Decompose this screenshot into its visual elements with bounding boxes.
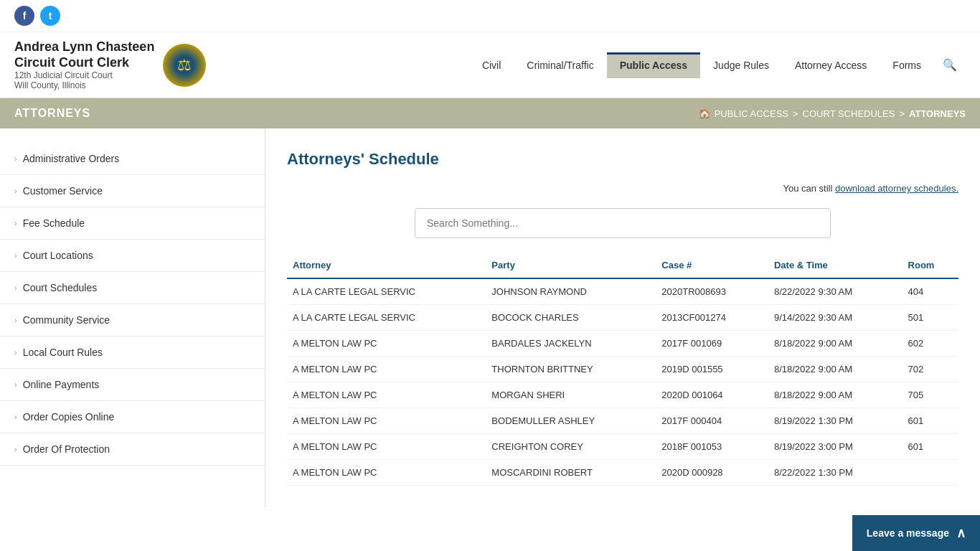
table-body: A LA CARTE LEGAL SERVICJOHNSON RAYMOND20… xyxy=(287,278,958,486)
table-cell: BODEMULLER ASHLEY xyxy=(486,408,656,434)
table-cell: A MELTON LAW PC xyxy=(287,357,486,382)
main-layout: › Administrative Orders › Customer Servi… xyxy=(0,128,980,507)
table-cell: A LA CARTE LEGAL SERVIC xyxy=(287,305,486,331)
col-party: Party xyxy=(486,253,656,278)
table-cell: 2019D 001555 xyxy=(656,357,768,382)
site-header: Andrea Lynn Chasteen Circuit Court Clerk… xyxy=(0,32,980,98)
table-cell: A MELTON LAW PC xyxy=(287,331,486,357)
table-cell: 702 xyxy=(903,357,958,382)
court-info: 12th Judicial Circuit Court Will County,… xyxy=(14,70,154,90)
table-header: Attorney Party Case # Date & Time Room xyxy=(287,253,958,278)
sidebar-item-community-service[interactable]: › Community Service xyxy=(0,304,265,336)
table-cell: 2013CF001274 xyxy=(656,305,768,331)
social-bar: f t xyxy=(0,0,980,32)
table-cell: 601 xyxy=(903,408,958,434)
search-input[interactable] xyxy=(415,208,831,238)
table-row: A MELTON LAW PCCREIGHTON COREY2018F 0010… xyxy=(287,434,958,460)
schedule-table: Attorney Party Case # Date & Time Room A… xyxy=(287,253,958,486)
chevron-right-icon: › xyxy=(14,348,17,357)
chevron-right-icon: › xyxy=(14,316,17,324)
chevron-right-icon: › xyxy=(14,187,17,195)
twitter-icon[interactable]: t xyxy=(40,6,60,26)
table-row: A MELTON LAW PCBARDALES JACKELYN2017F 00… xyxy=(287,331,958,357)
table-cell: 8/19/2022 3:00 PM xyxy=(768,434,903,460)
chevron-right-icon: › xyxy=(14,283,17,292)
table-cell: 2018F 001053 xyxy=(656,434,768,460)
table-cell: A LA CARTE LEGAL SERVIC xyxy=(287,278,486,305)
logo-area: Andrea Lynn Chasteen Circuit Court Clerk… xyxy=(14,39,273,90)
main-content: Attorneys' Schedule You can still downlo… xyxy=(265,128,980,507)
table-cell: CREIGHTON COREY xyxy=(486,434,656,460)
table-row: A MELTON LAW PCMOSCARDINI ROBERT2020D 00… xyxy=(287,460,958,486)
breadcrumb-home-link[interactable]: PUBLIC ACCESS xyxy=(715,108,788,119)
table-cell: 8/18/2022 9:00 AM xyxy=(768,331,903,357)
search-icon[interactable]: 🔍 xyxy=(934,51,966,79)
table-cell: 602 xyxy=(903,331,958,357)
nav-item-civil[interactable]: Civil xyxy=(469,52,514,78)
nav-item-criminal-traffic[interactable]: Criminal/Traffic xyxy=(514,52,606,78)
sidebar-item-administrative-orders[interactable]: › Administrative Orders xyxy=(0,143,265,175)
sidebar-item-fee-schedule[interactable]: › Fee Schedule xyxy=(0,207,265,240)
breadcrumb-bar: ATTORNEYS 🏠 PUBLIC ACCESS > COURT SCHEDU… xyxy=(0,98,980,128)
table-cell: 8/19/2022 1:30 PM xyxy=(768,408,903,434)
col-case: Case # xyxy=(656,253,768,278)
chevron-right-icon: › xyxy=(14,413,17,421)
chevron-right-icon: › xyxy=(14,154,17,163)
chevron-right-icon: › xyxy=(14,445,17,453)
table-cell: 404 xyxy=(903,278,958,305)
table-cell xyxy=(903,460,958,486)
col-datetime: Date & Time xyxy=(768,253,903,278)
table-cell: 8/18/2022 9:00 AM xyxy=(768,382,903,408)
breadcrumb-current: ATTORNEYS xyxy=(909,108,966,119)
table-cell: 2020D 001064 xyxy=(656,382,768,408)
table-cell: 9/14/2022 9:30 AM xyxy=(768,305,903,331)
table-cell: 601 xyxy=(903,434,958,460)
sidebar-item-order-of-protection[interactable]: › Order Of Protection xyxy=(0,433,265,466)
nav-item-attorney-access[interactable]: Attorney Access xyxy=(782,52,880,78)
table-row: A MELTON LAW PCTHORNTON BRITTNEY2019D 00… xyxy=(287,357,958,382)
col-attorney: Attorney xyxy=(287,253,486,278)
facebook-icon[interactable]: f xyxy=(14,6,34,26)
sidebar-item-court-locations[interactable]: › Court Locations xyxy=(0,240,265,272)
download-attorney-schedules-link[interactable]: download attorney schedules. xyxy=(835,183,958,194)
page-title: Attorneys' Schedule xyxy=(287,150,958,169)
sidebar-item-customer-service[interactable]: › Customer Service xyxy=(0,175,265,207)
nav-item-public-access[interactable]: Public Access xyxy=(607,52,700,78)
sidebar-item-local-court-rules[interactable]: › Local Court Rules xyxy=(0,336,265,369)
table-cell: A MELTON LAW PC xyxy=(287,382,486,408)
table-cell: A MELTON LAW PC xyxy=(287,434,486,460)
download-note: You can still download attorney schedule… xyxy=(287,183,958,194)
search-box xyxy=(415,208,831,238)
table-row: A MELTON LAW PCMORGAN SHERI2020D 0010648… xyxy=(287,382,958,408)
table-cell: 2020D 000928 xyxy=(656,460,768,486)
table-cell: 2020TR008693 xyxy=(656,278,768,305)
table-cell: A MELTON LAW PC xyxy=(287,408,486,434)
table-row: A MELTON LAW PCBODEMULLER ASHLEY2017F 00… xyxy=(287,408,958,434)
court-seal: ⚖ xyxy=(163,44,206,87)
table-cell: BARDALES JACKELYN xyxy=(486,331,656,357)
chevron-right-icon: › xyxy=(14,380,17,389)
home-icon: 🏠 xyxy=(699,108,710,119)
table-cell: 705 xyxy=(903,382,958,408)
table-cell: 2017F 000404 xyxy=(656,408,768,434)
table-cell: MOSCARDINI ROBERT xyxy=(486,460,656,486)
breadcrumb-nav: 🏠 PUBLIC ACCESS > COURT SCHEDULES > ATTO… xyxy=(699,108,966,119)
table-cell: A MELTON LAW PC xyxy=(287,460,486,486)
sidebar-item-court-schedules[interactable]: › Court Schedules xyxy=(0,272,265,304)
table-cell: THORNTON BRITTNEY xyxy=(486,357,656,382)
breadcrumb-title: ATTORNEYS xyxy=(14,107,90,120)
logo-text: Andrea Lynn Chasteen Circuit Court Clerk… xyxy=(14,39,154,90)
table-cell: 8/22/2022 9:30 AM xyxy=(768,278,903,305)
main-nav: Civil Criminal/Traffic Public Access Jud… xyxy=(273,51,966,79)
col-room: Room xyxy=(903,253,958,278)
table-cell: 8/22/2022 1:30 PM xyxy=(768,460,903,486)
sidebar-item-online-payments[interactable]: › Online Payments xyxy=(0,369,265,401)
sidebar-item-order-copies-online[interactable]: › Order Copies Online xyxy=(0,401,265,433)
nav-item-judge-rules[interactable]: Judge Rules xyxy=(700,52,782,78)
table-cell: BOCOCK CHARLES xyxy=(486,305,656,331)
table-cell: 2017F 001069 xyxy=(656,331,768,357)
table-row: A LA CARTE LEGAL SERVICBOCOCK CHARLES201… xyxy=(287,305,958,331)
breadcrumb-middle-link[interactable]: COURT SCHEDULES xyxy=(803,108,895,119)
nav-item-forms[interactable]: Forms xyxy=(880,52,934,78)
chevron-right-icon: › xyxy=(14,251,17,260)
